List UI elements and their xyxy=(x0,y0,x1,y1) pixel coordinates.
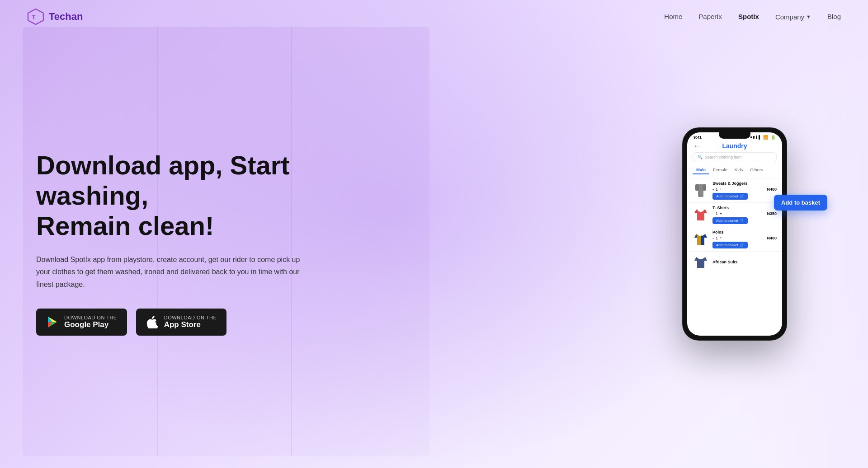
logo-icon: T xyxy=(27,8,44,25)
item-polos: Polos - 1 + N400 Add to basket 🛒 xyxy=(687,227,782,251)
item-controls-tshirts: - 1 + N350 xyxy=(712,211,777,216)
qty-plus[interactable]: + xyxy=(720,187,722,192)
add-to-basket-button-sweats[interactable]: Add to basket 🛒 xyxy=(712,193,748,200)
nav-blog[interactable]: Blog xyxy=(827,13,841,21)
search-bar[interactable]: 🔍 Search clothing item xyxy=(693,152,777,162)
hero-content: Download app, Start washing, Remain clea… xyxy=(0,150,339,336)
tab-kids[interactable]: Kids xyxy=(731,166,746,174)
item-image-sweats xyxy=(693,183,709,199)
item-african-suits: African Suits xyxy=(687,251,782,273)
add-to-basket-button-tshirts[interactable]: Add to basket 🛒 xyxy=(712,217,748,224)
add-to-basket-tooltip[interactable]: Add to basket xyxy=(774,195,827,211)
item-qty-sweats: - 1 + xyxy=(712,187,722,192)
hero-section: Download app, Start washing, Remain clea… xyxy=(0,0,868,468)
nav-paperix[interactable]: PaperIx xyxy=(698,13,722,21)
qty-minus[interactable]: - xyxy=(712,187,714,192)
item-price-tshirts: N350 xyxy=(767,211,777,216)
nav-home[interactable]: Home xyxy=(664,13,682,21)
item-name-sweats: Sweats & Joggers xyxy=(712,181,777,186)
svg-rect-7 xyxy=(695,184,699,191)
qty-plus-p[interactable]: + xyxy=(720,236,722,240)
item-details-african-suits: African Suits xyxy=(712,260,777,266)
qty-minus-p[interactable]: - xyxy=(712,236,714,240)
item-image-african-suits xyxy=(693,254,709,271)
item-sweats-joggers: Sweats & Joggers - 1 + N400 Add to baske… xyxy=(687,178,782,202)
tab-female[interactable]: Female xyxy=(709,166,731,174)
item-price-sweats: N400 xyxy=(767,187,777,192)
phone-screen: 9:41 📶 🔋 ← Laundry xyxy=(687,132,782,336)
wifi-icon: 📶 xyxy=(763,135,768,140)
hero-subtext: Download SpotIx app from playstore, crea… xyxy=(36,253,303,290)
app-screen-title: Laundry xyxy=(722,142,747,150)
app-header: ← Laundry xyxy=(687,140,782,152)
status-time: 9:41 xyxy=(693,135,702,140)
tab-male[interactable]: Male xyxy=(693,166,709,174)
item-name-african-suits: African Suits xyxy=(712,260,777,264)
navbar: T Techan Home PaperIx SpotIx Company ▼ B… xyxy=(0,0,868,33)
search-icon: 🔍 xyxy=(698,155,703,159)
app-store-button[interactable]: DOWNLOAD ON THE App Store xyxy=(136,309,227,336)
phone-mockup: 9:41 📶 🔋 ← Laundry xyxy=(683,128,787,340)
nav-company[interactable]: Company ▼ xyxy=(775,13,811,21)
apple-icon xyxy=(146,316,159,328)
google-play-button[interactable]: DOWNLOAD ON THE Google Play xyxy=(36,309,127,336)
svg-rect-8 xyxy=(703,184,706,191)
item-controls-polos: - 1 + N400 xyxy=(712,236,777,240)
qty-plus-t[interactable]: + xyxy=(720,211,722,216)
battery-icon: 🔋 xyxy=(771,135,776,140)
svg-marker-0 xyxy=(28,9,43,24)
item-price-polos: N400 xyxy=(767,236,777,240)
item-controls-sweats: - 1 + N400 xyxy=(712,187,777,192)
item-name-tshirts: T- Shirts xyxy=(712,206,777,210)
phone-notch xyxy=(719,132,750,139)
category-tabs: Male Female Kids Others xyxy=(687,166,782,174)
item-details-tshirts: T- Shirts - 1 + N350 Add to basket 🛒 xyxy=(712,206,777,224)
item-qty-polos: - 1 + xyxy=(712,236,722,240)
tab-others[interactable]: Others xyxy=(746,166,767,174)
phone-outer: 9:41 📶 🔋 ← Laundry xyxy=(683,128,787,340)
svg-text:T: T xyxy=(32,14,36,21)
back-button[interactable]: ← xyxy=(693,142,700,150)
item-image-tshirts xyxy=(693,207,709,223)
nav-spotix[interactable]: SpotIx xyxy=(738,13,759,21)
google-play-icon xyxy=(46,316,59,328)
item-image-polos xyxy=(693,231,709,248)
qty-minus-t[interactable]: - xyxy=(712,211,714,216)
item-tshirts: T- Shirts - 1 + N350 Add to basket 🛒 xyxy=(687,202,782,227)
add-to-basket-button-polos[interactable]: Add to basket 🛒 xyxy=(712,242,748,248)
item-name-polos: Polos xyxy=(712,230,777,234)
nav-links: Home PaperIx SpotIx Company ▼ Blog xyxy=(664,13,841,21)
hero-heading: Download app, Start washing, Remain clea… xyxy=(36,150,303,241)
status-icons: 📶 🔋 xyxy=(750,135,776,140)
item-details-sweats: Sweats & Joggers - 1 + N400 Add to baske… xyxy=(712,181,777,200)
brand-name: Techan xyxy=(49,11,83,23)
download-buttons: DOWNLOAD ON THE Google Play DOWNLOAD ON … xyxy=(36,309,303,336)
logo-area[interactable]: T Techan xyxy=(27,8,83,25)
item-details-polos: Polos - 1 + N400 Add to basket 🛒 xyxy=(712,230,777,248)
chevron-down-icon: ▼ xyxy=(806,14,811,19)
search-placeholder-text: Search clothing item xyxy=(705,155,742,159)
item-qty-tshirts: - 1 + xyxy=(712,211,722,216)
